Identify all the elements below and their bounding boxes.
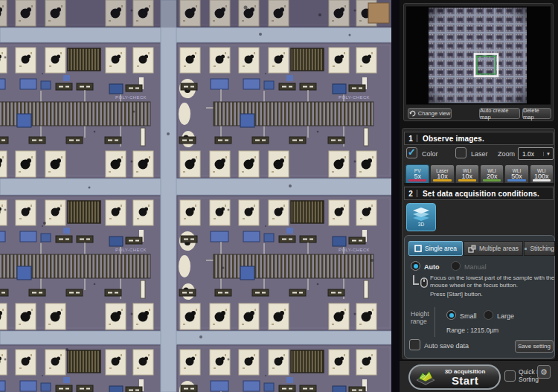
focus-instruction: Focus on the lowest part of the sample w… [430,274,555,289]
area-settings-panel: Single area Multiple areas [404,235,555,359]
auto-save-checkbox[interactable]: ✓ [409,339,420,350]
connector-line [413,275,419,285]
control-sidebar: Change view Auto create map Delete map 1… [400,0,558,392]
step-number: 1 [405,135,417,143]
mode-3d-button[interactable]: 3D [406,203,436,231]
press-start-instruction: Press [Start] button. [430,291,555,298]
lens-button-wli-50x[interactable]: WLI 50x [504,164,528,184]
auto-save-label: Auto save data [424,342,469,350]
microscope-live-view[interactable]: POLY-CHECK [0,0,400,392]
tab-multiple-areas[interactable]: Multiple areas [464,241,523,256]
navigation-map-panel: Change view Auto create map Delete map [403,3,554,121]
lens-button-wli-100x[interactable]: WLI 100x [530,164,554,184]
change-view-button[interactable]: Change view [408,108,452,119]
tab-single-area[interactable]: Single area [408,241,463,256]
step-number: 2 [405,190,417,198]
settings-gear-button[interactable]: ⚙ [537,365,551,379]
laser-checkbox[interactable]: ✓ [455,147,466,158]
zoom-dropdown[interactable]: 1.0x ▼ [518,147,554,160]
laser-label: Laser [471,150,488,158]
settings-panel: 1 Observe images. ✓ Color ✓ Laser Zoom 1… [402,128,555,359]
lens-button-laser-10x[interactable]: Laser 10x [430,164,454,184]
zoom-value: 1.0x [519,150,543,158]
height-range-label: Height range [411,310,433,325]
change-view-label: Change view [418,110,450,117]
start-label: Start [435,375,495,387]
color-checkbox[interactable]: ✓ [406,147,417,158]
wafer-die-image: POLY-CHECK [0,0,400,392]
manual-label: Manual [464,263,487,271]
acquisition-section-header: 2 Set data acquisition conditions. [404,187,554,200]
check-icon: ✓ [408,147,416,157]
lens-button-wli-20x[interactable]: WLI 20x [480,164,504,184]
delete-map-button[interactable]: Delete map [522,108,551,119]
start-acquisition-button[interactable]: 3D acquisition Start [408,364,501,390]
lens-button-wli-10x[interactable]: WLI 10x [455,164,479,184]
mouse-icon [420,277,428,288]
change-view-icon [409,110,416,117]
observe-section-title: Observe images. [423,135,484,143]
lens-selector-bar: PV 5x Laser 10x WLI 10x WLI 20x [405,164,554,184]
action-bar: 3D acquisition Start ✓ Quick Data Sortin… [400,360,558,392]
zoom-label: Zoom [498,150,515,158]
surface-3d-icon [416,369,435,385]
quick-data-sorting-checkbox[interactable]: ✓ [504,370,516,382]
divider [434,307,435,337]
manual-radio[interactable] [451,261,461,271]
tab-stitching[interactable]: Stitching [524,241,555,256]
save-setting-button[interactable]: Save setting [515,340,554,353]
wafer-map-view[interactable] [406,6,551,105]
multiple-areas-icon [468,245,476,253]
height-small-radio[interactable] [446,310,456,320]
lens-button-pv-5x[interactable]: PV 5x [405,164,429,184]
layers-3d-icon [410,208,432,221]
area-mode-tabs: Single area Multiple areas [408,241,555,256]
chevron-down-icon: ▼ [543,152,553,156]
single-area-icon [414,245,422,252]
height-range-value: Range : 1215.0µm [446,327,498,334]
acquisition-section-title: Set data acquisition conditions. [423,190,539,198]
auto-label: Auto [424,263,440,271]
height-large-radio[interactable] [484,310,493,320]
gear-icon: ⚙ [540,367,548,377]
observe-section-header: 1 Observe images. [404,132,554,145]
auto-radio[interactable] [411,261,420,271]
mode-3d-label: 3D [418,222,424,227]
stitching-grid-icon [525,245,527,253]
application-window: POLY-CHECK [0,0,558,392]
auto-create-map-button[interactable]: Auto create map [479,108,520,119]
height-small-label: Small [460,312,477,320]
height-large-label: Large [497,312,514,320]
color-label: Color [422,150,438,158]
